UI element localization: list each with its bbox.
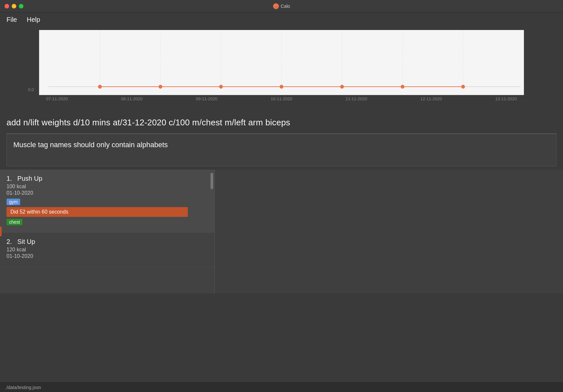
- menu-help[interactable]: Help: [27, 16, 40, 23]
- x-label-3: 10-11-2020: [271, 96, 293, 101]
- exercise-2-title: 2. Sit Up: [7, 238, 208, 245]
- svg-point-11: [280, 85, 283, 89]
- command-section[interactable]: add n/lift weights d/10 mins at/31-12-20…: [7, 114, 556, 134]
- command-input[interactable]: add n/lift weights d/10 mins at/31-12-20…: [7, 114, 556, 131]
- exercise-1-date: 01-10-2020: [7, 190, 208, 196]
- chart-svg: [39, 30, 524, 95]
- x-label-4: 11-11-2020: [346, 96, 367, 101]
- svg-point-8: [98, 85, 102, 89]
- x-label-5: 12-11-2020: [420, 96, 442, 101]
- left-indicator: [0, 227, 2, 236]
- svg-point-10: [219, 85, 223, 89]
- scrollbar-thumb[interactable]: [211, 173, 213, 189]
- chart-wrapper: 0.0 07-11-2020 08-11-2020 09-11-2020 10-…: [20, 30, 543, 101]
- tag-chest: chest: [7, 219, 22, 225]
- x-label-1: 08-11-2020: [121, 96, 143, 101]
- svg-point-9: [158, 85, 162, 89]
- statusbar: ./data/testing.json: [0, 382, 563, 392]
- exercise-1-calories: 100 kcal: [7, 184, 208, 189]
- x-label-6: 13-11-2020: [495, 96, 517, 101]
- exercise-1-note: Did 52 within 60 seconds: [7, 207, 188, 217]
- exercise-1-tags: gym: [7, 199, 208, 205]
- app-title-text: Calo: [281, 4, 290, 9]
- titlebar: 🏃 Calo: [0, 0, 563, 12]
- minimize-button[interactable]: [12, 4, 16, 8]
- exercise-1-name: Push Up: [17, 175, 42, 182]
- exercise-1-muscles: chest: [7, 219, 208, 225]
- status-path: ./data/testing.json: [5, 385, 41, 390]
- tag-gym: gym: [7, 199, 20, 205]
- y-axis-label: 0.0: [28, 87, 34, 92]
- x-label-2: 09-11-2020: [196, 96, 218, 101]
- exercise-2-number: 2.: [7, 238, 12, 245]
- close-button[interactable]: [5, 4, 9, 8]
- svg-point-13: [401, 85, 404, 89]
- x-axis-labels: 07-11-2020 08-11-2020 09-11-2020 10-11-2…: [20, 95, 543, 101]
- exercise-1-title: 1. Push Up: [7, 175, 208, 182]
- exercise-2-calories: 120 kcal: [7, 247, 208, 253]
- x-label-0: 07-11-2020: [46, 96, 68, 101]
- app-title: 🏃 Calo: [273, 3, 290, 9]
- exercise-1-number: 1.: [7, 175, 12, 182]
- error-section: Muscle tag names should only contain alp…: [7, 134, 556, 166]
- menubar: File Help: [0, 12, 563, 27]
- exercise-item-1[interactable]: 1. Push Up 100 kcal 01-10-2020 gym Did 5…: [0, 170, 214, 233]
- exercise-item-2[interactable]: 2. Sit Up 120 kcal 01-10-2020: [0, 233, 214, 267]
- svg-point-12: [340, 85, 344, 89]
- exercise-2-date: 01-10-2020: [7, 253, 208, 259]
- app-icon: 🏃: [273, 3, 279, 9]
- menu-file[interactable]: File: [7, 16, 17, 23]
- content-area: 1. Push Up 100 kcal 01-10-2020 gym Did 5…: [0, 170, 563, 293]
- exercise-list[interactable]: 1. Push Up 100 kcal 01-10-2020 gym Did 5…: [0, 170, 215, 293]
- right-panel: [215, 170, 563, 293]
- svg-point-14: [461, 85, 465, 89]
- error-message-text: Muscle tag names should only contain alp…: [13, 141, 550, 149]
- chart-area: 0.0: [39, 30, 524, 95]
- exercise-2-name: Sit Up: [17, 238, 35, 245]
- maximize-button[interactable]: [19, 4, 23, 8]
- window-controls[interactable]: [5, 4, 23, 8]
